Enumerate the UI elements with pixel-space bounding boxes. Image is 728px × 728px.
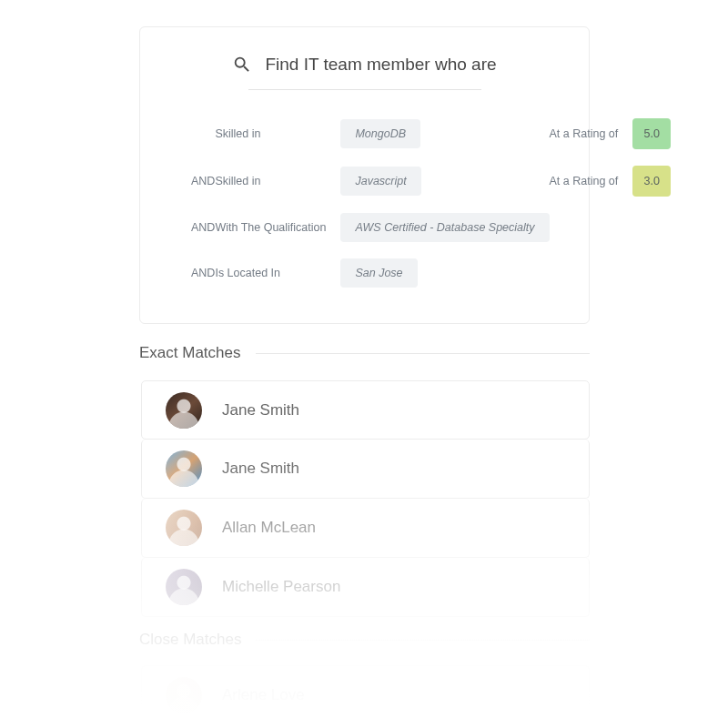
criteria-conjunction: AND	[191, 250, 215, 296]
rating-badge[interactable]: 5.0	[632, 118, 671, 149]
search-underline	[248, 89, 481, 90]
avatar	[166, 392, 202, 429]
criteria-conjunction	[191, 110, 215, 157]
avatar	[166, 450, 202, 487]
rating-badge[interactable]: 3.0	[632, 166, 671, 197]
criteria-value[interactable]: Javascript	[340, 157, 549, 205]
section-title: Exact Matches	[139, 344, 241, 362]
result-name: Michelle Pearson	[222, 578, 340, 596]
section-rule	[256, 640, 590, 641]
result-row[interactable]: Jane Smith	[141, 380, 590, 440]
section-header-close: Close Matches	[139, 631, 590, 649]
result-row[interactable]: Jane Smith	[141, 440, 590, 499]
exact-matches-list: Jane Smith Jane Smith Allan McLean Miche…	[141, 380, 590, 617]
section-title: Close Matches	[139, 631, 241, 649]
criteria-list: Skilled in MongoDB At a Rating of 5.0 AN…	[191, 110, 671, 296]
criteria-rating-label: At a Rating of	[550, 110, 633, 157]
criteria-conjunction: AND	[191, 157, 215, 205]
skill-chip[interactable]: MongoDB	[340, 119, 420, 148]
criteria-rating-label: At a Rating of	[550, 157, 633, 205]
result-row[interactable]: Michelle Pearson	[141, 558, 590, 617]
criteria-value[interactable]: AWS Certified - Database Specialty	[340, 205, 549, 250]
avatar	[166, 569, 202, 605]
search-icon	[232, 55, 252, 75]
criteria-value[interactable]: MongoDB	[340, 110, 549, 157]
result-name: Allan McLean	[222, 519, 316, 537]
section-header-exact: Exact Matches	[139, 344, 590, 362]
criteria-row: Skilled in MongoDB At a Rating of 5.0	[191, 110, 671, 157]
result-name: Jane Smith	[222, 460, 299, 478]
avatar	[166, 510, 202, 546]
criteria-rating-value[interactable]: 3.0	[632, 157, 671, 205]
criteria-field-label: Skilled in	[215, 110, 340, 157]
result-row[interactable]: Arlene Love	[141, 665, 590, 724]
qualification-chip[interactable]: AWS Certified - Database Specialty	[340, 213, 549, 242]
criteria-conjunction: AND	[191, 205, 215, 250]
criteria-value[interactable]: San Jose	[340, 250, 549, 296]
criteria-field-label: Is Located In	[215, 250, 340, 296]
result-name: Jane Smith	[222, 401, 299, 420]
query-card: Find IT team member who are Skilled in M…	[139, 26, 590, 324]
location-chip[interactable]: San Jose	[340, 258, 417, 288]
criteria-rating-value[interactable]: 5.0	[632, 110, 671, 157]
result-row[interactable]: Allan McLean	[141, 499, 590, 558]
search-input[interactable]: Find IT team member who are	[265, 55, 496, 75]
skill-chip[interactable]: Javascript	[340, 167, 420, 196]
section-rule	[256, 353, 591, 354]
result-name: Arlene Love	[222, 686, 305, 704]
criteria-row: AND With The Qualification AWS Certified…	[191, 205, 671, 250]
criteria-row: AND Skilled in Javascript At a Rating of…	[191, 157, 671, 205]
criteria-row: AND Is Located In San Jose	[191, 250, 671, 296]
criteria-field-label: With The Qualification	[215, 205, 340, 250]
search-row[interactable]: Find IT team member who are	[166, 55, 563, 75]
avatar	[166, 677, 202, 713]
criteria-field-label: Skilled in	[215, 157, 340, 205]
close-matches-list: Arlene Love	[141, 665, 590, 724]
